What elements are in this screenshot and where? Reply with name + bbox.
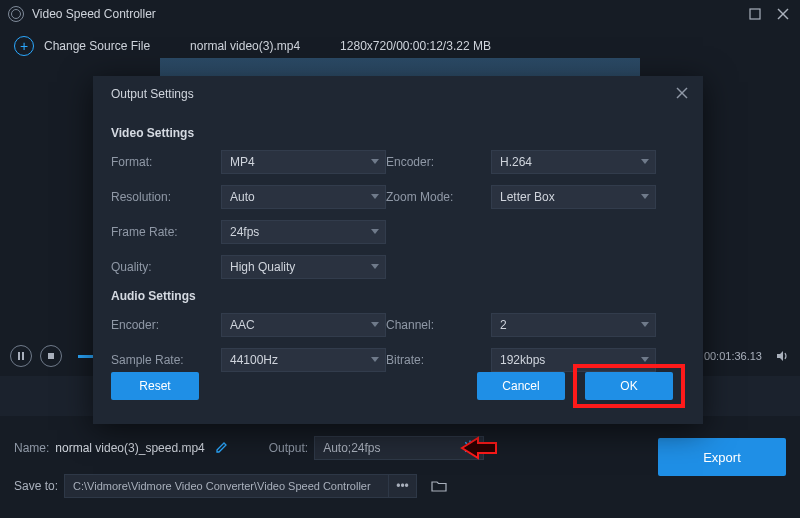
add-source-icon[interactable]: + (14, 36, 34, 56)
chevron-down-icon (371, 264, 379, 269)
stop-button[interactable] (40, 345, 62, 367)
resolution-select[interactable]: Auto (221, 185, 386, 209)
chevron-down-icon (641, 159, 649, 164)
quality-label: Quality: (111, 260, 221, 274)
chevron-down-icon (371, 159, 379, 164)
minimize-icon[interactable] (746, 5, 764, 23)
name-value: normal video(3)_speed.mp4 (55, 441, 204, 455)
ok-button[interactable]: OK (585, 372, 673, 400)
format-label: Format: (111, 155, 221, 169)
output-profile-value: Auto;24fps (323, 441, 380, 455)
chevron-down-icon (641, 194, 649, 199)
channel-label: Channel: (386, 318, 491, 332)
zoom-mode-label: Zoom Mode: (386, 190, 491, 204)
annotation-arrow-icon (460, 434, 500, 462)
volume-icon[interactable] (776, 349, 790, 363)
ok-annotation-box: OK (573, 364, 685, 408)
svg-rect-0 (750, 9, 760, 19)
svg-marker-6 (777, 351, 783, 361)
resolution-label: Resolution: (111, 190, 221, 204)
dialog-close-icon[interactable] (675, 86, 689, 103)
svg-rect-4 (22, 352, 24, 360)
svg-rect-5 (48, 353, 54, 359)
audio-encoder-label: Encoder: (111, 318, 221, 332)
source-meta: 1280x720/00:00:12/3.22 MB (340, 39, 491, 53)
save-to-label: Save to: (14, 479, 58, 493)
name-label: Name: (14, 441, 49, 455)
reset-button[interactable]: Reset (111, 372, 199, 400)
audio-encoder-select[interactable]: AAC (221, 313, 386, 337)
channel-select[interactable]: 2 (491, 313, 656, 337)
chevron-down-icon (641, 322, 649, 327)
zoom-mode-select[interactable]: Letter Box (491, 185, 656, 209)
svg-marker-16 (462, 438, 496, 458)
output-profile-field[interactable]: Auto;24fps (314, 436, 484, 460)
app-logo-icon (8, 6, 24, 22)
video-settings-heading: Video Settings (111, 126, 685, 140)
chevron-down-icon (371, 322, 379, 327)
chevron-down-icon (371, 194, 379, 199)
framerate-label: Frame Rate: (111, 225, 221, 239)
chevron-down-icon (641, 357, 649, 362)
titlebar: Video Speed Controller (0, 0, 800, 28)
elapsed-time: 00:01:36.13 (704, 350, 762, 362)
save-path-field[interactable]: C:\Vidmore\Vidmore Video Converter\Video… (64, 474, 389, 498)
rename-icon[interactable] (215, 440, 229, 457)
chevron-down-icon (371, 357, 379, 362)
dialog-header: Output Settings (93, 76, 703, 112)
dialog-footer: Reset Cancel OK (93, 364, 703, 408)
encoder-label: Encoder: (386, 155, 491, 169)
output-settings-dialog: Output Settings Video Settings Format: M… (93, 76, 703, 424)
change-source-link[interactable]: Change Source File (44, 39, 150, 53)
video-encoder-select[interactable]: H.264 (491, 150, 656, 174)
close-icon[interactable] (774, 5, 792, 23)
cancel-button[interactable]: Cancel (477, 372, 565, 400)
open-folder-icon[interactable] (427, 474, 451, 498)
play-button[interactable] (10, 345, 32, 367)
source-filename: normal video(3).mp4 (190, 39, 300, 53)
output-label: Output: (269, 441, 308, 455)
chevron-down-icon (371, 229, 379, 234)
audio-settings-heading: Audio Settings (111, 289, 685, 303)
browse-button[interactable]: ••• (389, 474, 417, 498)
framerate-select[interactable]: 24fps (221, 220, 386, 244)
save-path-value: C:\Vidmore\Vidmore Video Converter\Video… (73, 480, 371, 492)
quality-select[interactable]: High Quality (221, 255, 386, 279)
dialog-title: Output Settings (111, 87, 194, 101)
svg-rect-3 (18, 352, 20, 360)
save-to-row: Save to: C:\Vidmore\Vidmore Video Conver… (0, 470, 800, 502)
format-select[interactable]: MP4 (221, 150, 386, 174)
app-title: Video Speed Controller (32, 7, 156, 21)
